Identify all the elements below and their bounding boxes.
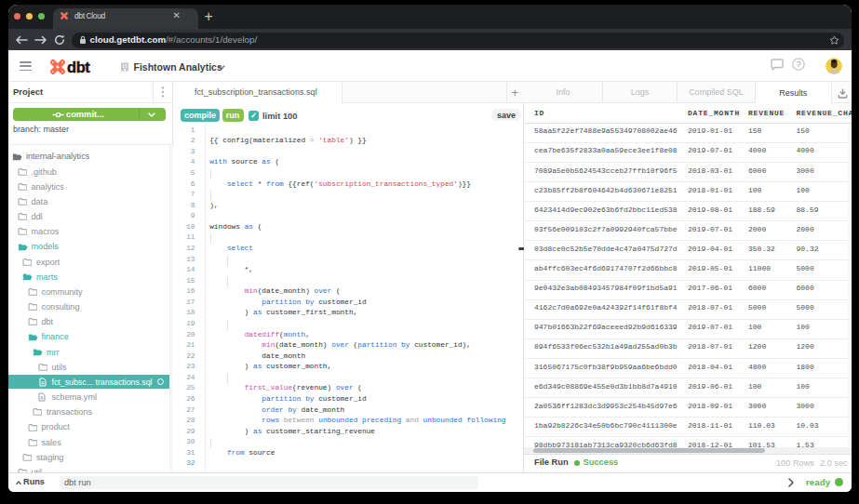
svg-text:?: ?: [797, 60, 801, 69]
